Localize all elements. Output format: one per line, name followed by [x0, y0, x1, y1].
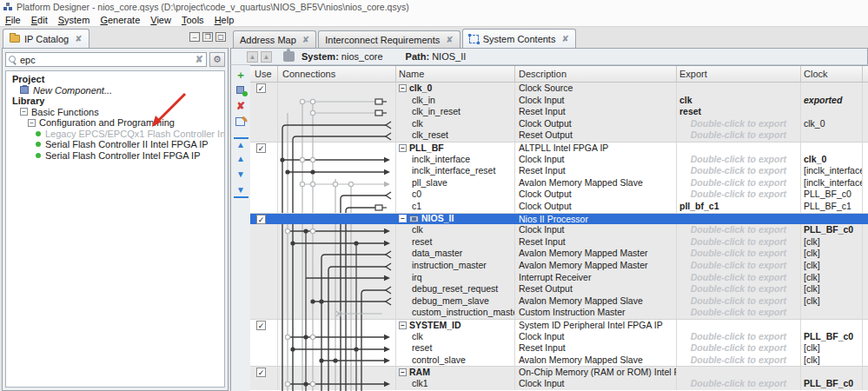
column-header-connections[interactable]: Connections: [278, 66, 396, 82]
use-checkbox[interactable]: ✓: [256, 215, 266, 224]
collapse-icon[interactable]: −: [399, 144, 407, 152]
clock-cell[interactable]: PLL_BF_c0: [801, 189, 863, 201]
close-icon[interactable]: ✘: [446, 35, 453, 44]
export-cell[interactable]: reset: [677, 106, 801, 118]
export-cell[interactable]: Double-click to export: [677, 342, 801, 355]
connections-cell[interactable]: [278, 214, 396, 225]
export-cell[interactable]: Double-click to export: [677, 272, 801, 284]
clock-cell[interactable]: PLL_BF_c0: [801, 331, 863, 343]
export-cell[interactable]: Double-click to export: [677, 331, 801, 343]
column-header-clock[interactable]: Clock: [801, 66, 863, 82]
export-cell[interactable]: Double-click to export: [677, 224, 801, 236]
collapse-icon[interactable]: −: [399, 215, 407, 222]
clock-cell[interactable]: exported: [801, 95, 863, 107]
clock-cell[interactable]: clk_0: [801, 154, 863, 166]
clock-cell[interactable]: [clk]: [801, 260, 863, 272]
move-top-small-button[interactable]: ▲: [247, 51, 258, 63]
use-checkbox[interactable]: ✓: [256, 368, 266, 377]
move-down-button[interactable]: ▼: [234, 169, 248, 184]
close-icon[interactable]: ✘: [75, 34, 82, 43]
export-cell[interactable]: [677, 320, 801, 331]
expand-icon[interactable]: −: [20, 108, 28, 116]
clock-cell[interactable]: PLL_BF_c0: [801, 224, 863, 236]
export-cell[interactable]: Double-click to export: [677, 307, 801, 319]
clock-cell[interactable]: [inclk_interface]: [801, 165, 863, 177]
search-options-button[interactable]: ⚙: [209, 52, 225, 67]
clock-cell[interactable]: [801, 320, 863, 331]
clock-cell[interactable]: [clk]: [801, 283, 863, 295]
use-checkbox[interactable]: ✓: [256, 321, 266, 330]
close-icon[interactable]: ✘: [302, 35, 309, 44]
column-header-name[interactable]: Name: [396, 66, 515, 82]
column-header-use[interactable]: Use: [250, 66, 278, 82]
menu-system[interactable]: System: [53, 15, 96, 25]
clock-cell[interactable]: PLL_BF_c0: [801, 378, 863, 390]
export-cell[interactable]: Double-click to export: [677, 378, 801, 390]
clock-cell[interactable]: [clk]: [801, 295, 863, 308]
clock-cell[interactable]: [801, 106, 863, 118]
add-component-button[interactable]: [234, 83, 248, 99]
collapse-icon[interactable]: −: [399, 84, 407, 92]
tab-system-contents[interactable]: System Contents✘: [462, 29, 576, 48]
export-cell[interactable]: clk: [677, 95, 801, 107]
export-cell[interactable]: Double-click to export: [677, 129, 801, 142]
clock-cell[interactable]: [801, 83, 863, 95]
clock-cell[interactable]: [801, 307, 863, 319]
collapse-icon[interactable]: −: [399, 321, 407, 329]
tree-item-library[interactable]: Library: [9, 96, 224, 107]
menu-view[interactable]: View: [145, 15, 176, 25]
export-cell[interactable]: Double-click to export: [677, 260, 801, 272]
move-top-button[interactable]: ▲: [234, 137, 248, 153]
search-input[interactable]: epc ✘: [5, 52, 207, 67]
tab-interconnect-requirements[interactable]: Interconnect Requirements✘: [318, 30, 460, 48]
tab-ip-catalog[interactable]: IP Catalog ✘: [3, 29, 89, 48]
tree-item-basic-functions[interactable]: −Basic Functions: [9, 107, 224, 118]
export-cell[interactable]: Double-click to export: [677, 154, 801, 166]
tree-item-new-component[interactable]: New Component...: [9, 85, 224, 96]
expand-icon[interactable]: −: [28, 119, 36, 127]
maximize-button[interactable]: ▢: [215, 32, 226, 42]
export-cell[interactable]: [677, 367, 801, 378]
clock-cell[interactable]: [clk]: [801, 248, 863, 260]
clock-cell[interactable]: [clk]: [801, 342, 863, 355]
float-button[interactable]: ❐: [202, 32, 213, 42]
export-cell[interactable]: [677, 142, 801, 154]
clear-search-icon[interactable]: ✘: [195, 54, 203, 65]
close-icon[interactable]: ✘: [561, 34, 568, 43]
collapse-icon[interactable]: −: [399, 368, 407, 376]
export-cell[interactable]: Double-click to export: [677, 248, 801, 260]
clock-cell[interactable]: [801, 214, 863, 225]
export-cell[interactable]: Double-click to export: [677, 118, 801, 130]
export-cell[interactable]: Double-click to export: [677, 283, 801, 295]
clock-cell[interactable]: [801, 142, 863, 154]
menu-generate[interactable]: Generate: [95, 15, 145, 25]
tree-item-project[interactable]: Project: [9, 74, 224, 85]
export-cell[interactable]: Double-click to export: [677, 295, 801, 308]
column-header-export[interactable]: Export: [677, 66, 801, 82]
export-cell[interactable]: [677, 214, 801, 225]
export-cell[interactable]: [677, 83, 801, 95]
tab-address-map[interactable]: Address Map✘: [233, 30, 316, 48]
export-cell[interactable]: Double-click to export: [677, 189, 801, 201]
export-cell[interactable]: Double-click to export: [677, 355, 801, 367]
menu-file[interactable]: File: [0, 15, 26, 25]
menu-edit[interactable]: Edit: [26, 15, 53, 25]
clock-cell[interactable]: [clk]: [801, 236, 863, 249]
minimize-button[interactable]: –: [189, 32, 200, 42]
tree-item-legacy-epcs-epcqx1-flash-controller-intel-fpga[interactable]: Legacy EPCS/EPCQx1 Flash Controller Inte…: [9, 129, 224, 140]
move-bottom-button[interactable]: ▼: [234, 184, 248, 200]
clock-cell[interactable]: [inclk_interface]: [801, 177, 863, 189]
menu-help[interactable]: Help: [209, 15, 240, 25]
module-row-NIOS_II[interactable]: ✓−NIOS_IINios II Processor: [250, 213, 868, 225]
export-cell[interactable]: Double-click to export: [677, 177, 801, 189]
edit-button[interactable]: ✎: [234, 115, 248, 130]
add-button[interactable]: ＋: [234, 68, 248, 83]
menu-tools[interactable]: Tools: [176, 15, 209, 25]
move-up-button[interactable]: ▲: [234, 153, 248, 169]
connections-diagram[interactable]: [278, 83, 396, 391]
export-cell[interactable]: Double-click to export: [677, 236, 801, 249]
tree-item-serial-flash-controller-ii-intel-fpga-ip[interactable]: Serial Flash Controller II Intel FPGA IP: [9, 139, 224, 150]
move-up-small-button[interactable]: ▲: [261, 51, 272, 63]
clock-cell[interactable]: [801, 129, 863, 142]
tree-item-serial-flash-controller-intel-fpga-ip[interactable]: Serial Flash Controller Intel FPGA IP: [9, 150, 224, 162]
